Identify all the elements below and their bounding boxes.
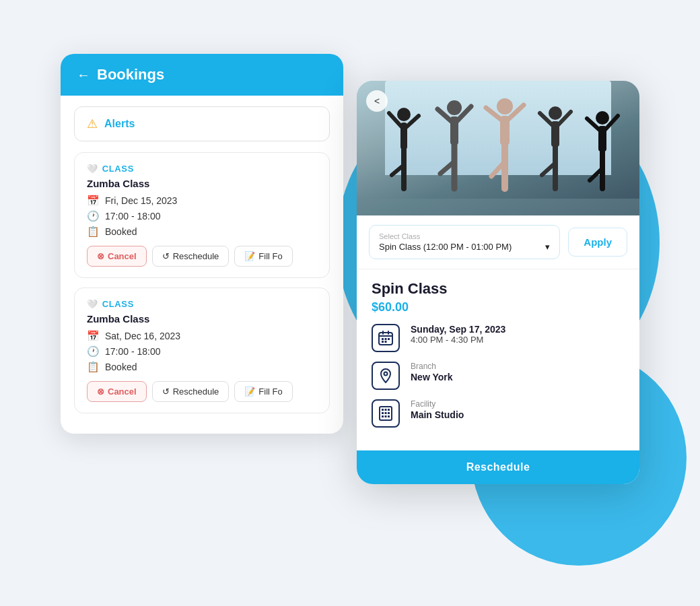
status-icon-1: 📋 <box>87 226 100 238</box>
detail-schedule-row: Sunday, Sep 17, 2023 4:00 PM - 4:30 PM <box>372 324 625 352</box>
bookings-header: ← Bookings <box>61 54 343 96</box>
calendar-icon-2: 📅 <box>87 330 100 342</box>
bookings-body: ⚠ Alerts 🤍 CLASS Zumba Class 📅 Fri, Dec … <box>61 96 343 434</box>
svg-rect-0 <box>357 199 639 215</box>
facility-detail-icon <box>372 399 400 428</box>
svg-rect-35 <box>382 338 384 340</box>
svg-rect-47 <box>388 412 390 414</box>
reschedule-icon-1: ↺ <box>162 251 170 261</box>
alerts-label: Alerts <box>104 118 135 130</box>
class-status-1: 📋 Booked <box>87 226 317 238</box>
cancel-icon-1: ⊗ <box>97 251 104 261</box>
svg-rect-49 <box>385 415 387 417</box>
dropdown-chevron: ▾ <box>545 242 550 252</box>
clock-icon-2: 🕐 <box>87 345 100 358</box>
schedule-date: Sunday, Sep 17, 2023 <box>411 324 505 335</box>
detail-card: < Select Class Spin Class (12:00 PM - 01… <box>357 81 639 484</box>
cancel-icon-2: ⊗ <box>97 386 104 397</box>
detail-price: $60.00 <box>372 300 625 314</box>
class-type-label-1: 🤍 CLASS <box>87 164 317 174</box>
detail-branch-row: Branch New York <box>372 362 625 390</box>
svg-rect-37 <box>388 338 390 340</box>
scene-container: ← Bookings ⚠ Alerts 🤍 CLASS Zumba Class … <box>61 27 639 579</box>
schedule-time: 4:00 PM - 4:30 PM <box>411 335 505 345</box>
bookings-card: ← Bookings ⚠ Alerts 🤍 CLASS Zumba Class … <box>61 54 343 434</box>
back-button[interactable]: ← <box>77 67 90 83</box>
select-class-label: Select Class <box>379 232 550 240</box>
fill-form-button-1[interactable]: 📝 Fill Fo <box>234 246 292 267</box>
class-dropdown[interactable]: Select Class Spin Class (12:00 PM - 01:0… <box>369 225 560 259</box>
fill-icon-2: 📝 <box>244 386 255 397</box>
class-actions-2: ⊗ Cancel ↺ Reschedule 📝 Fill Fo <box>87 381 317 402</box>
svg-rect-38 <box>382 341 384 343</box>
fill-form-button-2[interactable]: 📝 Fill Fo <box>234 381 292 402</box>
apply-button[interactable]: Apply <box>568 228 627 257</box>
svg-rect-42 <box>382 409 384 411</box>
class-name-2: Zumba Class <box>87 313 317 325</box>
status-icon-2: 📋 <box>87 361 100 373</box>
svg-rect-46 <box>385 412 387 414</box>
svg-rect-39 <box>385 341 387 343</box>
cancel-button-2[interactable]: ⊗ Cancel <box>87 381 147 402</box>
cancel-button-1[interactable]: ⊗ Cancel <box>87 246 147 267</box>
class-heart-icon-2: 🤍 <box>87 299 98 309</box>
class-time-2: 🕐 17:00 - 18:00 <box>87 345 317 358</box>
branch-value: New York <box>411 372 453 382</box>
svg-point-19 <box>549 106 562 120</box>
detail-facility-row: Facility Main Studio <box>372 399 625 428</box>
facility-label: Facility <box>411 399 464 409</box>
svg-point-13 <box>497 98 513 114</box>
class-heart-icon-1: 🤍 <box>87 164 98 174</box>
location-detail-icon <box>372 362 400 390</box>
select-class-row: Select Class Spin Class (12:00 PM - 01:0… <box>357 215 639 269</box>
detail-class-name: Spin Class <box>372 280 625 298</box>
svg-point-7 <box>447 100 462 115</box>
svg-rect-45 <box>382 412 384 414</box>
reschedule-button-1[interactable]: ↺ Reschedule <box>152 246 230 267</box>
facility-value: Main Studio <box>411 409 464 420</box>
svg-point-40 <box>384 372 388 376</box>
detail-body: Spin Class $60.00 <box>357 269 639 450</box>
reschedule-icon-2: ↺ <box>162 386 170 397</box>
fill-icon-1: 📝 <box>244 251 255 261</box>
class-card-2: 🤍 CLASS Zumba Class 📅 Sat, Dec 16, 2023 … <box>74 288 330 413</box>
class-date-2: 📅 Sat, Dec 16, 2023 <box>87 330 317 342</box>
schedule-text-group: Sunday, Sep 17, 2023 4:00 PM - 4:30 PM <box>411 324 505 345</box>
svg-point-1 <box>397 108 411 121</box>
class-name-1: Zumba Class <box>87 178 317 189</box>
detail-back-button[interactable]: < <box>366 90 388 112</box>
calendar-icon-1: 📅 <box>87 195 100 207</box>
svg-rect-48 <box>382 415 384 417</box>
svg-rect-36 <box>385 338 387 340</box>
bookings-title: Bookings <box>97 66 164 83</box>
class-card-1: 🤍 CLASS Zumba Class 📅 Fri, Dec 15, 2023 … <box>74 152 330 278</box>
svg-rect-44 <box>388 409 390 411</box>
select-class-value: Spin Class (12:00 PM - 01:00 PM) ▾ <box>379 242 550 252</box>
detail-footer: Reschedule <box>357 450 639 484</box>
reschedule-button-2[interactable]: ↺ Reschedule <box>152 381 230 402</box>
calendar-detail-icon <box>372 324 400 352</box>
detail-hero: < <box>357 81 639 215</box>
svg-rect-43 <box>385 409 387 411</box>
clock-icon-1: 🕐 <box>87 210 100 222</box>
branch-text-group: Branch New York <box>411 362 453 382</box>
class-status-2: 📋 Booked <box>87 361 317 373</box>
svg-point-25 <box>596 111 609 125</box>
class-type-label-2: 🤍 CLASS <box>87 299 317 309</box>
class-time-1: 🕐 17:00 - 18:00 <box>87 210 317 222</box>
hero-figures-svg <box>357 94 639 215</box>
alerts-section[interactable]: ⚠ Alerts <box>74 106 330 141</box>
alert-icon: ⚠ <box>87 116 98 131</box>
facility-text-group: Facility Main Studio <box>411 399 464 420</box>
svg-rect-50 <box>388 415 390 417</box>
class-date-1: 📅 Fri, Dec 15, 2023 <box>87 195 317 207</box>
class-actions-1: ⊗ Cancel ↺ Reschedule 📝 Fill Fo <box>87 246 317 267</box>
branch-label: Branch <box>411 362 453 371</box>
reschedule-main-button[interactable]: Reschedule <box>466 461 530 473</box>
